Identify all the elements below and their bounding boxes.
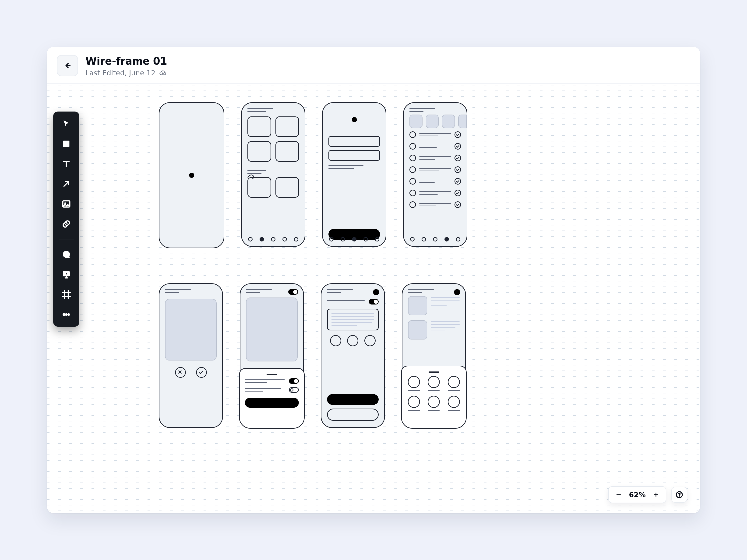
play-monitor-icon xyxy=(61,270,71,279)
avatar-icon xyxy=(454,289,460,295)
bottom-sheet xyxy=(239,368,305,429)
thumbnail xyxy=(248,141,271,162)
minus-icon xyxy=(616,491,622,498)
more-tool[interactable] xyxy=(60,309,72,321)
zoom-control: 62% xyxy=(608,486,666,503)
svg-point-6 xyxy=(68,314,70,316)
thumbnail xyxy=(248,116,271,137)
back-button[interactable] xyxy=(57,55,78,76)
zoom-out-button[interactable] xyxy=(614,490,623,499)
share-sheet xyxy=(401,366,467,429)
svg-rect-0 xyxy=(63,141,70,147)
primary-button xyxy=(245,398,299,408)
thumbnail xyxy=(276,177,299,197)
review-controls xyxy=(165,367,216,378)
feed-cards xyxy=(408,296,460,340)
frames-row-1 xyxy=(159,102,467,248)
heading-lines xyxy=(408,289,460,293)
title-block: Wire-frame 01 Last Edited, June 12 xyxy=(85,55,167,77)
text-input xyxy=(329,136,380,147)
select-tool[interactable] xyxy=(60,117,72,130)
pagination-dots xyxy=(404,237,467,241)
toggle-on-icon xyxy=(369,299,379,304)
frame-tool[interactable] xyxy=(60,288,72,300)
link-tool[interactable] xyxy=(60,218,72,230)
action-circles xyxy=(327,335,379,346)
frame-blank[interactable] xyxy=(159,102,224,248)
caption-lines xyxy=(329,165,380,169)
dots-horizontal-icon xyxy=(61,310,71,319)
svg-point-5 xyxy=(66,314,67,316)
sheet-handle-icon xyxy=(266,374,277,375)
frame-gallery-grid[interactable] xyxy=(241,102,305,247)
link-icon xyxy=(61,219,71,229)
chat-bubble-icon xyxy=(61,250,71,259)
placeholder-dot-icon xyxy=(189,173,194,178)
reject-icon xyxy=(175,367,186,378)
frame-feed-share-sheet[interactable] xyxy=(402,283,466,428)
document-title: Wire-frame 01 xyxy=(85,55,167,67)
help-button[interactable] xyxy=(671,487,687,503)
frame-media-review[interactable] xyxy=(159,283,223,428)
pagination-dots xyxy=(323,237,386,241)
last-edited-label: Last Edited, June 12 xyxy=(85,69,155,77)
category-chips xyxy=(409,114,467,128)
toggle-on-icon xyxy=(289,378,299,384)
arrow-left-icon xyxy=(63,61,72,70)
thumbnail xyxy=(248,177,271,197)
text-tool[interactable] xyxy=(60,158,72,170)
heading-lines xyxy=(327,289,379,293)
frame-settings-sheet[interactable] xyxy=(240,283,304,428)
image-tool[interactable] xyxy=(60,198,72,210)
toggle-off-icon xyxy=(289,387,299,393)
canvas[interactable]: 62% xyxy=(47,83,700,513)
avatar-dot-icon xyxy=(352,117,357,122)
image-icon xyxy=(61,199,71,209)
thumbnail xyxy=(276,116,299,137)
primary-button xyxy=(327,394,379,405)
app-window: Wire-frame 01 Last Edited, June 12 xyxy=(47,47,700,513)
toolbar-separator xyxy=(59,239,74,239)
zoom-value: 62% xyxy=(629,491,646,499)
heading-lines xyxy=(409,108,467,112)
media-placeholder xyxy=(165,299,216,361)
heading-lines xyxy=(248,108,299,112)
share-grid xyxy=(407,376,461,411)
media-placeholder xyxy=(246,297,298,362)
text-input xyxy=(329,150,380,161)
plus-icon xyxy=(653,491,659,498)
zoom-bar: 62% xyxy=(608,486,687,503)
cloud-upload-icon xyxy=(159,70,166,77)
help-circle-icon xyxy=(675,491,683,499)
rectangle-tool[interactable] xyxy=(60,138,72,150)
zoom-in-button[interactable] xyxy=(651,490,661,499)
header: Wire-frame 01 Last Edited, June 12 xyxy=(47,47,700,83)
toolbar xyxy=(53,111,79,327)
svg-point-2 xyxy=(65,202,66,204)
secondary-button xyxy=(327,408,379,421)
paragraph-block xyxy=(327,309,379,330)
arrow-tool[interactable] xyxy=(60,178,72,190)
square-icon xyxy=(61,139,71,149)
toggle-on-icon xyxy=(288,289,298,295)
thumbnail xyxy=(276,141,299,162)
arrow-upright-icon xyxy=(61,179,71,189)
heading-lines xyxy=(165,289,216,293)
video-tool[interactable] xyxy=(60,268,72,281)
checklist xyxy=(409,131,467,208)
frame-article-actions[interactable] xyxy=(321,283,385,428)
cursor-arrow-icon xyxy=(61,119,71,128)
avatar-icon xyxy=(373,289,379,295)
svg-point-4 xyxy=(63,314,65,316)
pagination-dots xyxy=(242,237,305,241)
svg-point-8 xyxy=(679,496,679,497)
comment-tool[interactable] xyxy=(60,248,72,260)
approve-icon xyxy=(196,367,207,378)
text-t-icon xyxy=(61,159,71,168)
frame-checklist[interactable] xyxy=(403,102,467,247)
frame-crop-icon xyxy=(61,290,71,299)
frames-row-2 xyxy=(159,283,467,428)
wireframe-board xyxy=(159,102,467,428)
sheet-handle-icon xyxy=(429,371,439,373)
frame-form-inputs[interactable] xyxy=(322,102,386,247)
